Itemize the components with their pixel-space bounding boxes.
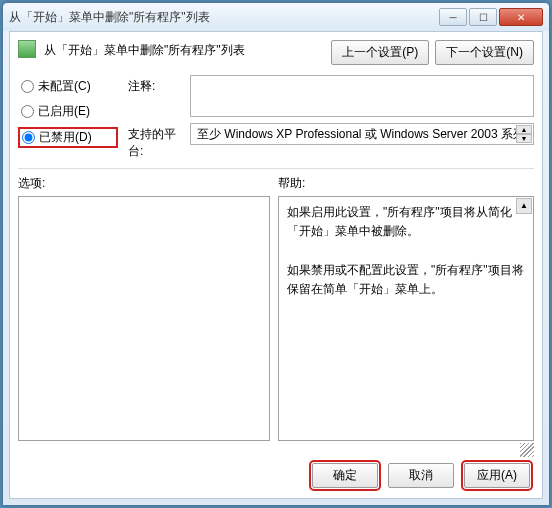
- platform-scroll-up[interactable]: ▲: [516, 125, 532, 134]
- window-controls: ─ ☐ ✕: [439, 8, 543, 26]
- nav-buttons: 上一个设置(P) 下一个设置(N): [331, 40, 534, 65]
- comment-input[interactable]: [190, 75, 534, 117]
- policy-title: 从「开始」菜单中删除"所有程序"列表: [44, 40, 323, 59]
- radio-group: 未配置(C) 已启用(E) 已禁用(D): [18, 75, 118, 160]
- help-label: 帮助:: [278, 175, 305, 192]
- prev-setting-button[interactable]: 上一个设置(P): [331, 40, 429, 65]
- comment-row: 注释:: [128, 75, 534, 117]
- footer-buttons: 确定 取消 应用(A): [18, 457, 534, 490]
- maximize-button[interactable]: ☐: [469, 8, 497, 26]
- platform-row: 支持的平台: 至少 Windows XP Professional 或 Wind…: [128, 123, 534, 160]
- header-row: 从「开始」菜单中删除"所有程序"列表 上一个设置(P) 下一个设置(N): [18, 40, 534, 65]
- lower-area: 选项: 帮助: ▲ 如果启用此设置，"所有程序"项目将从简化「开始」菜单中被删除…: [18, 168, 534, 457]
- ok-button[interactable]: 确定: [312, 463, 378, 488]
- cancel-button[interactable]: 取消: [388, 463, 454, 488]
- dialog-window: 从「开始」菜单中删除"所有程序"列表 ─ ☐ ✕ 从「开始」菜单中删除"所有程序…: [2, 2, 550, 506]
- next-setting-button[interactable]: 下一个设置(N): [435, 40, 534, 65]
- radio-not-configured-input[interactable]: [21, 80, 34, 93]
- options-label: 选项:: [18, 175, 278, 192]
- apply-button[interactable]: 应用(A): [464, 463, 530, 488]
- titlebar: 从「开始」菜单中删除"所有程序"列表 ─ ☐ ✕: [3, 3, 549, 31]
- platform-value: 至少 Windows XP Professional 或 Windows Ser…: [197, 126, 525, 143]
- resize-grip[interactable]: [520, 443, 534, 457]
- policy-icon: [18, 40, 36, 58]
- radio-disabled-label: 已禁用(D): [39, 129, 92, 146]
- window-title: 从「开始」菜单中删除"所有程序"列表: [9, 9, 439, 26]
- config-area: 未配置(C) 已启用(E) 已禁用(D) 注释: 支持的平台:: [18, 75, 534, 160]
- platform-scroll-down[interactable]: ▼: [516, 134, 532, 143]
- minimize-button[interactable]: ─: [439, 8, 467, 26]
- comment-label: 注释:: [128, 75, 184, 95]
- radio-enabled[interactable]: 已启用(E): [18, 102, 118, 121]
- help-text-2: 如果禁用或不配置此设置，"所有程序"项目将保留在简单「开始」菜单上。: [287, 261, 525, 299]
- radio-not-configured[interactable]: 未配置(C): [18, 77, 118, 96]
- radio-not-configured-label: 未配置(C): [38, 78, 91, 95]
- close-button[interactable]: ✕: [499, 8, 543, 26]
- platform-value-box: 至少 Windows XP Professional 或 Windows Ser…: [190, 123, 534, 145]
- pane-labels: 选项: 帮助:: [18, 175, 534, 192]
- fields-column: 注释: 支持的平台: 至少 Windows XP Professional 或 …: [128, 75, 534, 160]
- help-text-1: 如果启用此设置，"所有程序"项目将从简化「开始」菜单中被删除。: [287, 203, 525, 241]
- platform-label: 支持的平台:: [128, 123, 184, 160]
- help-pane: ▲ 如果启用此设置，"所有程序"项目将从简化「开始」菜单中被删除。 如果禁用或不…: [278, 196, 534, 441]
- options-pane: [18, 196, 270, 441]
- panes: ▲ 如果启用此设置，"所有程序"项目将从简化「开始」菜单中被删除。 如果禁用或不…: [18, 196, 534, 441]
- radio-disabled[interactable]: 已禁用(D): [18, 127, 118, 148]
- help-scroll-up[interactable]: ▲: [516, 198, 532, 214]
- radio-enabled-label: 已启用(E): [38, 103, 90, 120]
- radio-enabled-input[interactable]: [21, 105, 34, 118]
- radio-disabled-input[interactable]: [22, 131, 35, 144]
- content-area: 从「开始」菜单中删除"所有程序"列表 上一个设置(P) 下一个设置(N) 未配置…: [9, 31, 543, 499]
